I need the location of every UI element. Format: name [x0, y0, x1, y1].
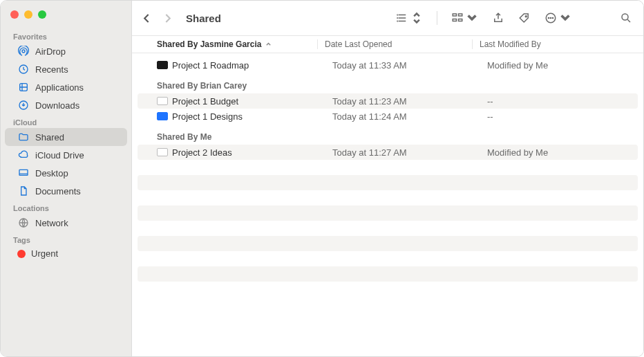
- column-modified-label: Last Modified By: [480, 39, 541, 49]
- svg-rect-9: [453, 14, 456, 16]
- finder-window: Favorites AirDrop Recents Applications D…: [0, 0, 644, 357]
- clock-icon: [17, 63, 30, 75]
- file-icon: [157, 148, 168, 156]
- fullscreen-window-button[interactable]: [38, 10, 46, 19]
- sidebar-item-label: Desktop: [35, 168, 68, 178]
- sidebar-tag-urgent[interactable]: Urgent: [5, 246, 127, 262]
- toolbar-divider: [437, 11, 437, 25]
- group-header: Shared By Brian Carey: [132, 73, 643, 93]
- svg-point-0: [22, 50, 25, 53]
- svg-point-13: [525, 16, 527, 17]
- cloud-icon: [17, 149, 30, 161]
- toolbar-actions: [396, 11, 632, 25]
- sidebar-section-tags: Tags: [1, 232, 131, 246]
- group-header: Shared By Me: [132, 124, 643, 145]
- sidebar-item-recents[interactable]: Recents: [5, 60, 127, 78]
- column-header: Shared By Jasmine Garcia Date Last Opene…: [132, 35, 643, 53]
- sidebar-item-label: Urgent: [31, 248, 58, 259]
- svg-rect-12: [459, 19, 462, 21]
- sidebar-item-downloads[interactable]: Downloads: [5, 96, 127, 114]
- file-row[interactable]: Project 2 Ideas Today at 11:27 AM Modifi…: [138, 145, 638, 160]
- file-row[interactable]: Project 1 Roadmap Today at 11:33 AM Modi…: [132, 57, 643, 73]
- column-date-header[interactable]: Date Last Opened: [317, 39, 472, 49]
- file-row[interactable]: Project 1 Designs Today at 11:24 AM --: [132, 109, 643, 124]
- sidebar-item-label: AirDrop: [35, 46, 66, 57]
- sidebar-item-label: Documents: [35, 186, 81, 196]
- svg-rect-11: [453, 19, 456, 21]
- desktop-icon: [17, 167, 30, 179]
- file-modified: --: [487, 111, 643, 122]
- window-title: Shared: [186, 12, 221, 24]
- sidebar-item-label: Network: [35, 218, 68, 228]
- tag-color-dot: [17, 250, 26, 258]
- svg-point-6: [397, 15, 398, 15]
- forward-button[interactable]: [160, 10, 175, 26]
- file-name: Project 1 Roadmap: [172, 60, 249, 71]
- document-icon: [17, 185, 30, 197]
- network-icon: [17, 217, 30, 229]
- sidebar-item-label: iCloud Drive: [35, 150, 84, 161]
- svg-point-18: [622, 14, 628, 20]
- sidebar-item-desktop[interactable]: Desktop: [5, 164, 127, 182]
- column-modified-header[interactable]: Last Modified By: [472, 39, 643, 49]
- empty-rows: [132, 175, 643, 282]
- downloads-icon: [17, 99, 30, 111]
- svg-point-15: [548, 17, 549, 18]
- svg-point-8: [397, 21, 398, 21]
- file-row[interactable]: Project 1 Budget Today at 11:23 AM --: [138, 93, 638, 109]
- sidebar-item-label: Downloads: [35, 100, 79, 111]
- file-name: Project 1 Designs: [172, 111, 243, 122]
- file-date: Today at 11:24 AM: [332, 111, 487, 122]
- file-modified: Modified by Me: [487, 147, 638, 158]
- sidebar-item-airdrop[interactable]: AirDrop: [5, 42, 127, 60]
- sidebar-section-favorites: Favorites: [1, 28, 131, 42]
- sidebar-item-icloud-drive[interactable]: iCloud Drive: [5, 146, 127, 164]
- sidebar-item-label: Applications: [35, 82, 84, 93]
- airdrop-icon: [17, 45, 30, 57]
- sidebar: Favorites AirDrop Recents Applications D…: [1, 1, 132, 356]
- sidebar-section-icloud: iCloud: [1, 114, 131, 128]
- column-name-header[interactable]: Shared By Jasmine Garcia: [157, 39, 317, 49]
- main-area: Shared: [132, 1, 643, 356]
- view-list-button[interactable]: [396, 12, 423, 24]
- minimize-window-button[interactable]: [24, 10, 32, 19]
- file-name: Project 1 Budget: [172, 96, 238, 107]
- search-button[interactable]: [620, 12, 632, 24]
- file-modified: --: [487, 96, 638, 107]
- svg-point-17: [552, 17, 553, 18]
- toolbar: Shared: [132, 1, 643, 35]
- sidebar-section-locations: Locations: [1, 200, 131, 214]
- empty-row: [138, 236, 638, 251]
- tags-button[interactable]: [518, 12, 531, 24]
- back-button[interactable]: [139, 10, 154, 26]
- file-icon: [157, 112, 168, 120]
- sidebar-item-label: Shared: [35, 132, 64, 143]
- empty-row: [138, 175, 638, 190]
- file-date: Today at 11:27 AM: [332, 147, 487, 158]
- group-by-button[interactable]: [451, 12, 478, 24]
- sidebar-item-network[interactable]: Network: [5, 214, 127, 232]
- sort-ascending-icon: [265, 39, 272, 49]
- sidebar-item-shared[interactable]: Shared: [5, 128, 127, 146]
- more-button[interactable]: [544, 12, 571, 24]
- column-date-label: Date Last Opened: [325, 39, 392, 49]
- sidebar-item-applications[interactable]: Applications: [5, 78, 127, 96]
- shared-folder-icon: [17, 131, 30, 143]
- svg-point-7: [397, 18, 398, 19]
- file-modified: Modified by Me: [487, 60, 643, 71]
- file-icon: [157, 97, 168, 105]
- column-name-label: Shared By Jasmine Garcia: [157, 39, 261, 49]
- sidebar-item-documents[interactable]: Documents: [5, 182, 127, 200]
- sidebar-item-label: Recents: [35, 64, 68, 75]
- file-list: Project 1 Roadmap Today at 11:33 AM Modi…: [132, 53, 643, 356]
- window-controls: [1, 6, 131, 28]
- file-name: Project 2 Ideas: [172, 147, 232, 158]
- applications-icon: [17, 81, 30, 93]
- share-button[interactable]: [492, 12, 504, 24]
- svg-point-16: [550, 17, 551, 18]
- empty-row: [138, 266, 638, 282]
- close-window-button[interactable]: [10, 10, 19, 19]
- file-date: Today at 11:33 AM: [332, 60, 487, 71]
- file-date: Today at 11:23 AM: [332, 96, 487, 107]
- empty-row: [138, 205, 638, 221]
